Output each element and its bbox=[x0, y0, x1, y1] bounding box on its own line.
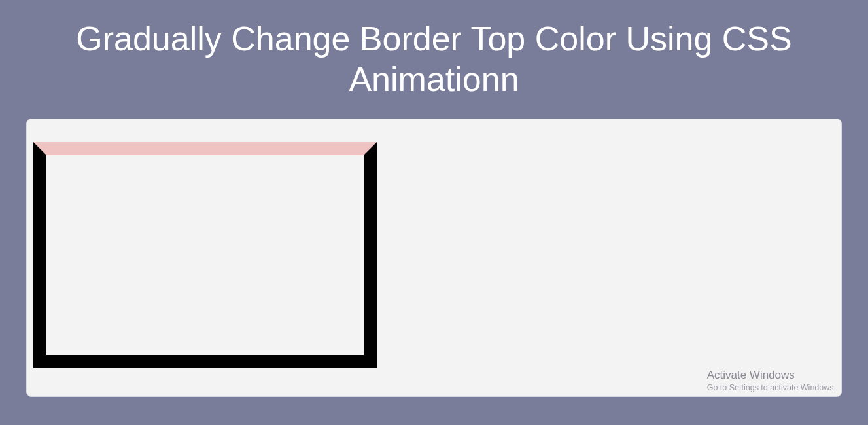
watermark-subtitle: Go to Settings to activate Windows. bbox=[707, 383, 836, 392]
page-title: Gradually Change Border Top Color Using … bbox=[0, 0, 868, 112]
content-panel: Activate Windows Go to Settings to activ… bbox=[26, 119, 842, 397]
watermark-title: Activate Windows bbox=[707, 369, 836, 382]
border-animation-demo-box bbox=[33, 142, 377, 368]
windows-activation-watermark: Activate Windows Go to Settings to activ… bbox=[707, 369, 836, 392]
